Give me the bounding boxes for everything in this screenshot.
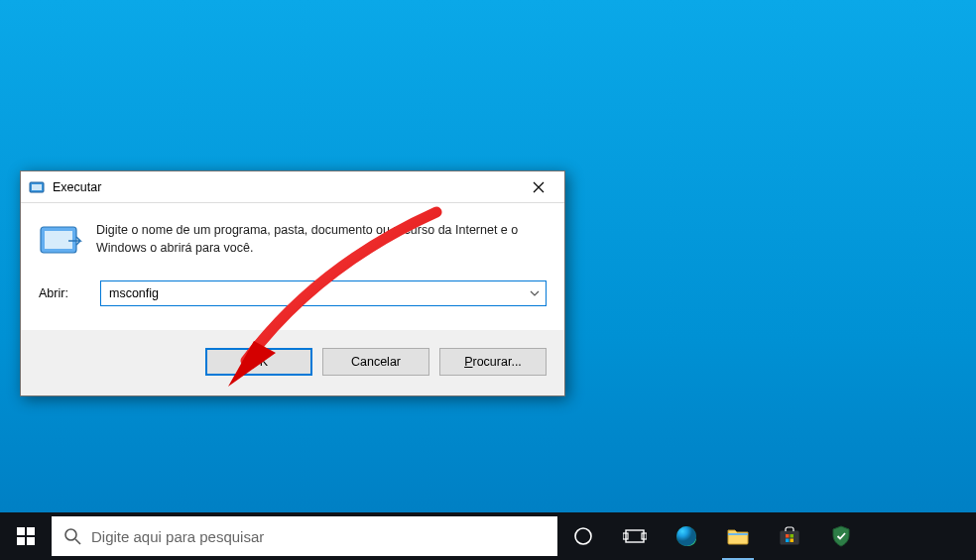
dialog-title: Executar: [53, 180, 517, 194]
start-button[interactable]: [0, 512, 52, 560]
run-titlebar-icon: [29, 179, 45, 195]
svg-rect-22: [786, 539, 790, 543]
browse-button[interactable]: Procurar...: [439, 348, 547, 376]
svg-line-10: [75, 539, 80, 544]
svg-rect-12: [626, 530, 644, 542]
svg-point-11: [575, 528, 591, 544]
taskbar-search[interactable]: Digite aqui para pesquisar: [52, 516, 557, 556]
taskbar: Digite aqui para pesquisar: [0, 512, 976, 560]
svg-rect-5: [17, 527, 25, 535]
svg-rect-20: [786, 534, 790, 538]
open-label: Abrir:: [39, 286, 86, 300]
cancel-button[interactable]: Cancelar: [322, 348, 429, 376]
button-row: OK Cancelar Procurar...: [21, 330, 564, 395]
close-button[interactable]: [517, 172, 560, 202]
svg-rect-3: [45, 231, 72, 249]
search-icon: [63, 527, 81, 545]
microsoft-store-icon[interactable]: [764, 512, 815, 560]
run-dialog: Executar Digite o nome de um programa, p…: [20, 170, 565, 396]
svg-rect-19: [781, 531, 798, 544]
svg-rect-6: [27, 527, 35, 535]
edge-icon[interactable]: [661, 512, 712, 560]
svg-rect-7: [17, 537, 25, 545]
svg-rect-21: [791, 534, 794, 538]
dialog-message: Digite o nome de um programa, pasta, doc…: [96, 221, 547, 257]
svg-rect-1: [32, 184, 42, 190]
chevron-down-icon[interactable]: [524, 281, 546, 305]
svg-rect-18: [728, 533, 748, 535]
titlebar[interactable]: Executar: [21, 171, 564, 203]
svg-rect-23: [791, 539, 794, 543]
file-explorer-icon[interactable]: [712, 512, 764, 560]
svg-rect-8: [27, 537, 35, 545]
run-icon: [39, 223, 82, 259]
cortana-circle-icon[interactable]: [557, 512, 609, 560]
task-view-icon[interactable]: [609, 512, 661, 560]
search-placeholder: Digite aqui para pesquisar: [91, 528, 264, 545]
open-combobox[interactable]: [100, 280, 547, 306]
svg-point-9: [65, 529, 76, 540]
open-input[interactable]: [101, 281, 524, 305]
ok-button[interactable]: OK: [205, 348, 312, 376]
svg-point-17: [676, 526, 696, 546]
dialog-body: Digite o nome de um programa, pasta, doc…: [21, 203, 564, 330]
security-shield-icon[interactable]: [815, 512, 867, 560]
